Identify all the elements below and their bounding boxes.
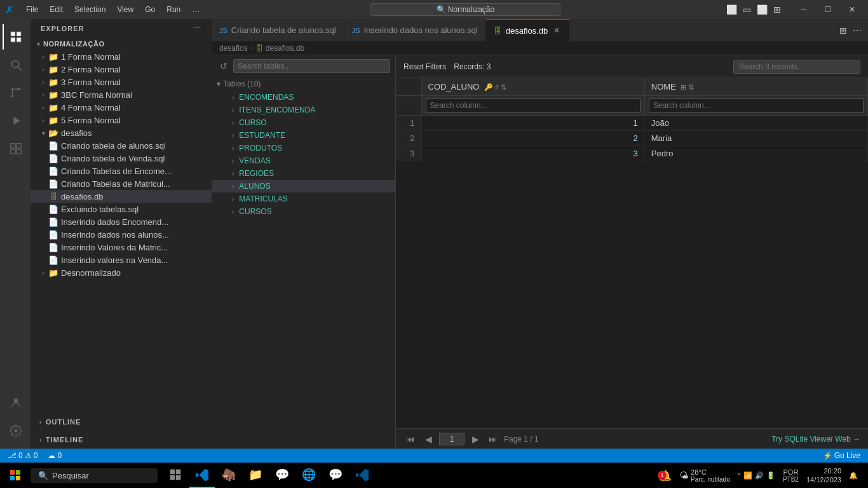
taskbar-view-button[interactable] [163, 463, 188, 488]
db-table-CURSOS[interactable]: › CURSOS [212, 205, 395, 218]
db-table-CURSO[interactable]: › CURSO [212, 116, 395, 129]
minimize-button[interactable]: ─ [793, 3, 814, 17]
first-page-button[interactable]: ⏮ [403, 432, 417, 446]
tray-weather[interactable]: 🌤 28°C Parc. nublado [677, 468, 733, 483]
tray-notification[interactable]: 🔔 1 [656, 470, 674, 482]
tree-item-f9[interactable]: 📄 Inserindo Valores da Matric... [31, 241, 212, 254]
db-table-ITENS_ENCOMENDA[interactable]: › ITENS_ENCOMENDA [212, 104, 395, 116]
tab-inserindo[interactable]: JS Inserindo dados nos alunos.sql [344, 19, 486, 41]
search-col-cod-aluno-input[interactable] [426, 98, 641, 112]
menu-more[interactable]: … [187, 4, 205, 15]
tree-item-desafios[interactable]: ▾ 📂 desafios [31, 126, 212, 139]
reset-filters-button[interactable]: Reset Filters [403, 62, 446, 71]
maximize-button[interactable]: ☐ [817, 3, 839, 17]
tree-item-f8[interactable]: 📄 Inserindo dados nos alunos... [31, 228, 212, 241]
taskbar-search[interactable]: 🔍 Pesquisar [31, 468, 158, 483]
sort-icon-cod[interactable]: ⇅ [501, 83, 506, 92]
hash-icon[interactable]: # [495, 83, 499, 92]
taskbar-discord-app[interactable]: 💬 [323, 463, 348, 488]
layout-options-icon[interactable]: ⊞ [771, 4, 783, 15]
db-table-MATRICULAS[interactable]: › MATRICULAS [212, 193, 395, 205]
taskbar-vscode-app[interactable] [189, 463, 215, 488]
start-button[interactable] [3, 463, 28, 488]
tree-item-f2[interactable]: 📄 Criando tabela de Venda.sql [31, 152, 212, 165]
tree-item-forma3[interactable]: › 📁 3 Forma Normal [31, 76, 212, 88]
last-page-button[interactable]: ⏭ [486, 432, 500, 446]
activity-source-control[interactable] [3, 80, 28, 105]
menu-view[interactable]: View [112, 4, 139, 15]
tray-language[interactable]: POR PTB2 [780, 468, 801, 483]
activity-search[interactable] [3, 52, 28, 78]
timeline-section[interactable]: › TIMELINE [31, 431, 212, 449]
tab-desafios-db[interactable]: 🗄 desafios.db ✕ [486, 19, 571, 41]
tab-close-db[interactable]: ✕ [552, 25, 562, 36]
tree-item-forma5[interactable]: › 📁 5 Forma Normal [31, 114, 212, 126]
tables-section-header[interactable]: ▾ Tables (10) [212, 77, 395, 91]
menu-go[interactable]: Go [140, 4, 160, 15]
db-table-REGIOES[interactable]: › REGIOES [212, 167, 395, 180]
tray-icons-group[interactable]: ^ 📶 🔊 🔋 [735, 471, 778, 480]
tree-item-f4[interactable]: 📄 Criando Tabelas de Matricul... [31, 177, 212, 190]
editor-layout-icon[interactable]: ▭ [741, 4, 752, 15]
db-table-VENDAS[interactable]: › VENDAS [212, 154, 395, 167]
tree-item-forma4[interactable]: › 📁 4 Forma Normal [31, 101, 212, 114]
tree-item-f10[interactable]: 📄 Inserindo valores na Venda... [31, 254, 212, 266]
activity-explorer[interactable] [3, 24, 28, 50]
search-col-nome-input[interactable] [649, 98, 864, 112]
filter-icon-nome[interactable]: ⊞ [681, 83, 686, 92]
global-search[interactable]: 🔍 Normalização [370, 3, 560, 16]
menu-selection[interactable]: Selection [69, 4, 111, 15]
breadcrumb-part-1[interactable]: desafios [219, 44, 248, 53]
refresh-button[interactable]: ↺ [217, 59, 231, 73]
db-table-ENCOMENDAS[interactable]: › ENCOMENDAS [212, 91, 395, 104]
tree-item-forma3bc[interactable]: › 📁 3BC Forma Normal [31, 88, 212, 101]
prev-page-button[interactable]: ◀ [421, 432, 435, 446]
search-tables-input[interactable] [233, 59, 390, 73]
activity-profile[interactable] [3, 390, 28, 416]
taskbar-files-app[interactable]: 📁 [243, 463, 268, 488]
tree-item-forma1[interactable]: › 📁 1 Forma Normal [31, 50, 212, 63]
search-records-input[interactable] [733, 60, 860, 74]
tray-bell[interactable]: 🔔 [846, 471, 860, 480]
workspace-root[interactable]: ▾ NORMALIZAÇÃO [31, 37, 212, 50]
next-page-button[interactable]: ▶ [468, 432, 482, 446]
taskbar-chrome-app[interactable]: 🌐 [296, 463, 322, 488]
tree-item-f7[interactable]: 📄 Inserindo dados Encomend... [31, 215, 212, 228]
outline-section[interactable]: › OUTLINE [31, 413, 212, 431]
activity-extensions[interactable] [3, 136, 28, 161]
activity-settings[interactable] [3, 418, 28, 444]
tree-item-f6[interactable]: 📄 Excluindo tabelas.sql [31, 203, 212, 215]
tree-item-forma2[interactable]: › 📁 2 Forma Normal [31, 63, 212, 76]
page-input[interactable] [439, 433, 465, 445]
tree-item-f5[interactable]: 🗄 desafios.db [31, 190, 212, 203]
activity-run-debug[interactable] [3, 108, 28, 133]
split-editor-icon[interactable]: ⬜ [756, 4, 768, 15]
status-branch[interactable]: ⎇ 0 ⚠ 0 [5, 451, 40, 460]
menu-file[interactable]: File [21, 4, 43, 15]
new-file-icon[interactable]: ⋯ [194, 24, 201, 32]
db-table-PRODUTOS[interactable]: › PRODUTOS [212, 142, 395, 154]
db-table-ESTUDANTE[interactable]: › ESTUDANTE [212, 129, 395, 142]
close-button[interactable]: ✕ [841, 3, 863, 17]
taskbar-mammoth-app[interactable]: 🦣 [216, 463, 241, 488]
tray-clock[interactable]: 20:20 14/12/2023 [804, 466, 844, 485]
go-live-button[interactable]: ⚡ Go Live [820, 451, 863, 460]
key-icon[interactable]: 🔑 [484, 83, 493, 92]
taskbar-teams-app[interactable]: 💬 [269, 463, 295, 488]
split-editor-right-icon[interactable]: ⊞ [837, 25, 849, 36]
menu-edit[interactable]: Edit [44, 4, 68, 15]
db-table-ALUNOS[interactable]: › ALUNOS [212, 180, 395, 193]
tree-item-desnorm[interactable]: › 📁 Desnormalizado [31, 266, 212, 279]
taskbar-vscode2-app[interactable] [349, 463, 375, 488]
status-sync[interactable]: ☁ 0 [45, 451, 64, 460]
sqlite-viewer-web-link[interactable]: Try SQLite Viewer Web → [771, 435, 860, 444]
tab-criando-alunos[interactable]: JS Criando tabela de alunos.sql [212, 19, 344, 41]
tab-icon-inserindo: JS [352, 27, 360, 34]
sort-icon-nome[interactable]: ⇅ [688, 83, 694, 92]
more-actions-icon[interactable]: ⋯ [851, 25, 863, 36]
toggle-sidebar-icon[interactable]: ⬜ [726, 4, 737, 15]
tree-item-f3[interactable]: 📄 Criando Tabelas de Encome... [31, 165, 212, 177]
tree-item-f1[interactable]: 📄 Criando tabela de alunos.sql [31, 139, 212, 152]
menu-run[interactable]: Run [161, 4, 186, 15]
breadcrumb-part-2[interactable]: desafios.db [266, 44, 304, 53]
